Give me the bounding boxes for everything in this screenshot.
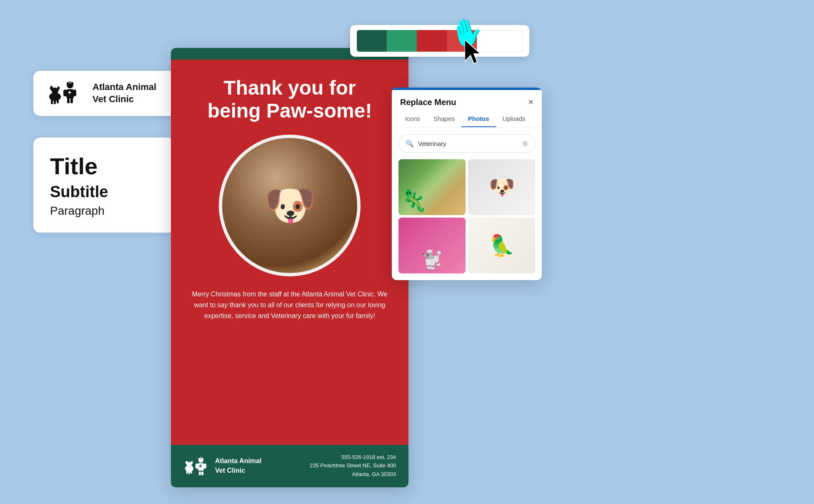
photo-chihuahua[interactable]: 🐩 [398,218,466,273]
swatch-dark-green[interactable] [357,30,387,52]
flyer-body: Thank you for being Paw-some! 🐶 Merry Ch… [171,60,408,445]
typo-subtitle-label: Subtitle [50,183,158,201]
photo-dog-pink[interactable]: 🐶 [468,159,535,215]
replace-menu-title: Replace Menu [400,98,456,107]
svg-rect-6 [57,99,59,103]
swatch-red[interactable] [417,30,447,52]
tab-icons[interactable]: Icons [398,111,427,127]
svg-marker-36 [465,40,481,64]
clinic-logo-svg [47,81,84,106]
replace-menu-title-bar: Replace Menu × [392,90,542,111]
tab-photos[interactable]: Photos [461,111,496,127]
photo-grid: 🦎 🐶 🐩 🦜 [392,159,542,280]
flyer-dog-photo: 🐶 [219,135,361,276]
tab-uploads[interactable]: Uploads [496,111,532,127]
tab-shapes[interactable]: Shapes [427,111,461,127]
svg-rect-12 [63,90,67,96]
flyer-footer-contact: 555-526-1918 ext. 234 235 Peachtree Stre… [310,453,396,479]
svg-rect-15 [70,98,73,103]
parrot-emoji: 🦜 [489,233,515,258]
flyer-footer-clinic-name: Atlanta Animal Vet Clinic [215,456,261,475]
svg-rect-33 [201,471,203,475]
svg-rect-17 [68,92,71,93]
flyer-body-text: Merry Christmas from the staff at the At… [192,289,388,321]
clinic-logo-icons [47,81,84,106]
typo-title-label: Title [50,153,158,180]
svg-rect-28 [199,458,203,459]
svg-rect-31 [203,464,206,469]
svg-rect-22 [186,471,188,474]
svg-rect-5 [54,99,56,104]
svg-rect-4 [51,99,53,104]
typo-paragraph-label: Paragraph [50,204,158,218]
flyer-headline: Thank you for being Paw-some! [208,76,372,122]
svg-rect-27 [200,457,201,458]
flyer-footer: Atlanta Animal Vet Clinic 555-526-1918 e… [171,445,408,487]
search-input[interactable] [418,140,518,147]
replace-menu: Replace Menu × Icons Shapes Photos Uploa… [392,88,542,280]
replace-menu-close-button[interactable]: × [528,97,533,108]
flyer-footer-logo: Atlanta Animal Vet Clinic [183,456,261,475]
search-clear-icon[interactable]: ⊗ [522,139,528,148]
palette-bar[interactable] [350,25,529,57]
main-flyer: Thank you for being Paw-some! 🐶 Merry Ch… [171,48,408,487]
logo-card: Atlanta Animal Vet Clinic [33,71,192,116]
cursor-arrow-icon [465,40,490,69]
svg-rect-32 [199,471,201,475]
replace-search-bar[interactable]: 🔍 ⊗ [398,134,535,153]
svg-rect-23 [188,471,190,474]
lizard-emoji: 🦎 [401,188,427,213]
svg-rect-10 [68,83,72,83]
footer-clinic-svg [183,457,210,475]
chihuahua-emoji: 🐩 [421,249,443,271]
clinic-name: Atlanta Animal Vet Clinic [93,81,156,105]
svg-rect-35 [199,466,202,466]
dog-pink-emoji: 🐶 [489,175,515,199]
replace-menu-tabs: Icons Shapes Photos Uploads [392,111,542,128]
photo-parrot[interactable]: 🦜 [468,218,535,273]
typography-card: Title Subtitle Paragraph [33,138,175,233]
search-icon: 🔍 [406,140,414,148]
photo-lizard[interactable]: 🦎 [398,159,466,215]
cursor-area: ✋ [450,17,484,48]
svg-rect-13 [73,90,76,96]
svg-rect-14 [67,98,70,103]
svg-rect-24 [190,471,192,474]
swatch-medium-green[interactable] [387,30,417,52]
svg-rect-30 [195,464,198,469]
